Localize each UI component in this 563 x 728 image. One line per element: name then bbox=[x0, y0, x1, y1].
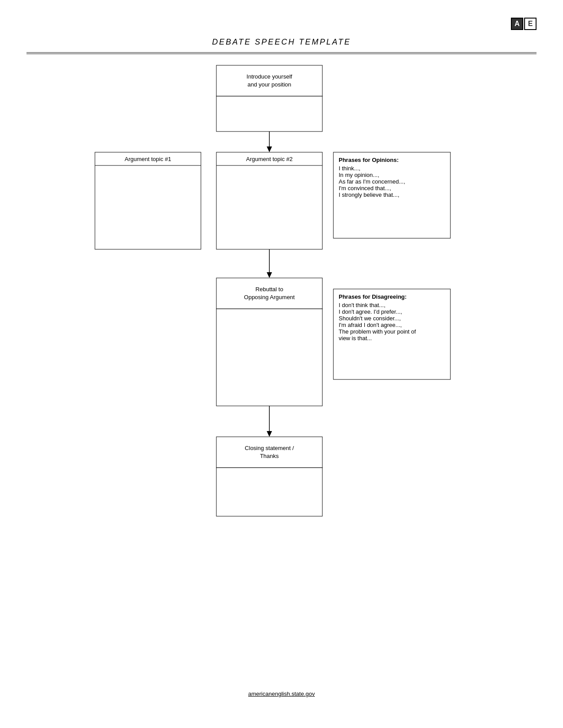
logo-letter-e: E bbox=[524, 18, 537, 30]
logo-letter-a: A bbox=[511, 18, 523, 30]
svg-rect-1 bbox=[216, 96, 322, 131]
phrases-disagreeing-title: Phrases for Disagreeing: bbox=[339, 293, 445, 300]
introduce-box-label: Introduce yourself and your position bbox=[216, 65, 322, 96]
phrases-opinions-line4: I'm convinced that..., bbox=[339, 185, 445, 191]
svg-rect-14 bbox=[216, 437, 322, 468]
phrases-disagreeing-line6: view is that... bbox=[339, 335, 445, 341]
phrases-opinions-line1: I think..., bbox=[339, 165, 445, 172]
arg2-label: Argument topic #2 bbox=[216, 152, 322, 165]
phrases-opinions-line5: I strongly believe that..., bbox=[339, 191, 445, 198]
phrases-disagreeing-line3: Shouldn't we consider..., bbox=[339, 315, 445, 322]
closing-label: Closing statement / Thanks bbox=[216, 437, 322, 468]
website-link[interactable]: americanenglish.state.gov bbox=[0, 690, 563, 697]
svg-rect-6 bbox=[216, 152, 322, 249]
phrases-disagreeing-line5: The problem with your point of bbox=[339, 328, 445, 335]
phrases-disagreeing-line4: I'm afraid I don't agree..., bbox=[339, 322, 445, 328]
svg-marker-3 bbox=[267, 146, 272, 152]
page-title: DEBATE SPEECH TEMPLATE bbox=[0, 38, 563, 47]
logo-area: A E bbox=[511, 18, 537, 30]
svg-marker-9 bbox=[267, 272, 272, 278]
title-divider bbox=[26, 52, 537, 54]
phrases-disagreeing-line1: I don't think that..., bbox=[339, 302, 445, 308]
phrases-disagreeing-line2: I don't agree. I'd prefer..., bbox=[339, 308, 445, 315]
phrases-opinions-line2: In my opinion..., bbox=[339, 172, 445, 178]
rebuttal-label: Rebuttal to Opposing Argument bbox=[216, 278, 322, 309]
phrases-opinions-line3: As far as I'm concerned..., bbox=[339, 178, 445, 185]
svg-rect-17 bbox=[333, 289, 450, 379]
svg-marker-13 bbox=[267, 431, 272, 437]
svg-rect-11 bbox=[216, 309, 322, 406]
svg-rect-10 bbox=[216, 278, 322, 309]
svg-rect-0 bbox=[216, 65, 322, 96]
phrases-disagreeing-box: Phrases for Disagreeing: I don't think t… bbox=[333, 289, 450, 379]
svg-rect-16 bbox=[333, 152, 450, 238]
phrases-opinions-box: Phrases for Opinions: I think..., In my … bbox=[333, 152, 450, 238]
phrases-opinions-title: Phrases for Opinions: bbox=[339, 157, 445, 163]
arg1-label: Argument topic #1 bbox=[95, 152, 201, 165]
svg-rect-15 bbox=[216, 468, 322, 516]
diagram-svg bbox=[0, 0, 563, 728]
svg-rect-4 bbox=[95, 152, 201, 249]
